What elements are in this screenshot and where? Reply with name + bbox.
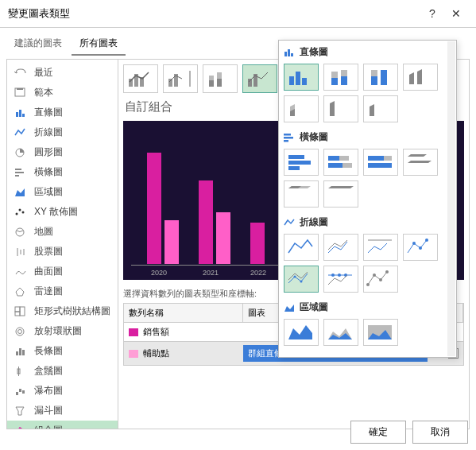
gallery-thumb[interactable]	[363, 149, 398, 176]
gallery-thumb[interactable]	[323, 180, 358, 208]
funnel-icon	[14, 405, 28, 417]
svg-marker-97	[328, 328, 352, 339]
cancel-button[interactable]: 取消	[412, 421, 468, 444]
scatter-icon	[14, 206, 28, 219]
svg-rect-57	[371, 70, 377, 76]
gallery-thumb[interactable]	[363, 266, 398, 293]
gallery-thumb[interactable]	[403, 64, 438, 91]
sidebar-item-sunburst[interactable]: 放射環狀圖	[7, 321, 118, 341]
ok-button[interactable]: 確定	[350, 421, 406, 444]
svg-marker-78	[408, 154, 427, 157]
subtype-1[interactable]	[123, 64, 158, 93]
gallery-thumb[interactable]	[363, 319, 398, 346]
svg-marker-99	[368, 325, 392, 339]
sidebar-item-boxwhisker[interactable]: 盒鬚圖	[7, 361, 118, 381]
svg-rect-55	[341, 76, 347, 85]
sidebar-item-waterfall[interactable]: 瀑布圖	[7, 381, 118, 401]
gallery-thumb[interactable]	[284, 266, 319, 293]
chart-type-gallery: 直條圖 橫條圖 折線圖	[278, 40, 457, 358]
sidebar-item-histogram[interactable]: 長條圖	[7, 341, 118, 361]
subtype-3[interactable]	[203, 64, 238, 93]
close-button[interactable]: ✕	[444, 7, 468, 20]
sidebar-item-line[interactable]: 折線圖	[7, 122, 118, 142]
sidebar-item-stock[interactable]: 股票圖	[7, 242, 118, 262]
svg-point-21	[16, 328, 24, 336]
svg-marker-31	[16, 407, 24, 415]
sidebar-item-combo[interactable]: 組合圖	[7, 421, 118, 429]
popup-header: 橫條圖	[284, 130, 451, 144]
subtype-2[interactable]	[163, 64, 198, 93]
sidebar-item-surface[interactable]: 曲面圖	[7, 262, 118, 281]
sidebar-item-bar[interactable]: 橫條圖	[7, 162, 118, 182]
svg-point-22	[18, 329, 22, 333]
svg-rect-76	[384, 156, 392, 161]
gallery-thumb[interactable]	[403, 149, 438, 176]
sidebar-item-label: 漏斗圖	[34, 404, 63, 417]
popup-section-area: 區域圖	[284, 301, 451, 346]
subtype-4-custom[interactable]	[242, 64, 277, 93]
svg-rect-75	[368, 156, 392, 161]
svg-rect-77	[368, 163, 392, 168]
gallery-thumb[interactable]	[323, 234, 358, 261]
gallery-thumb[interactable]	[284, 319, 319, 346]
column-chart-icon	[14, 107, 28, 119]
bar-chart-icon	[284, 133, 295, 142]
popup-header: 折線圖	[284, 215, 451, 229]
dialog-footer: 確定 取消	[350, 421, 468, 444]
sidebar-item-label: 瀑布圖	[34, 384, 63, 398]
sidebar-item-pie[interactable]: 圓形圖	[7, 142, 118, 162]
sidebar-item-area[interactable]: 區域圖	[7, 182, 118, 202]
gallery-thumb[interactable]	[323, 266, 358, 293]
svg-marker-79	[408, 161, 431, 163]
gallery-thumb[interactable]	[363, 64, 398, 91]
sidebar-item-treemap[interactable]: 矩形式樹狀結構圖	[7, 301, 118, 321]
gallery-thumb[interactable]	[323, 95, 358, 122]
gallery-thumb[interactable]	[284, 234, 319, 261]
tab-all[interactable]: 所有圖表	[72, 33, 126, 56]
help-button[interactable]: ?	[420, 7, 444, 20]
gallery-thumb[interactable]	[323, 64, 358, 91]
gallery-thumb[interactable]	[363, 234, 398, 261]
tab-recommended[interactable]: 建議的圖表	[6, 33, 70, 56]
combo-icon	[14, 425, 28, 430]
sidebar-item-column[interactable]: 直條圖	[7, 103, 118, 122]
gallery-thumb[interactable]	[363, 95, 398, 122]
svg-rect-53	[331, 78, 338, 85]
sidebar-item-label: 雷達圖	[34, 285, 63, 298]
sidebar-item-xy[interactable]: XY 散佈圖	[7, 202, 118, 222]
svg-rect-68	[288, 155, 304, 159]
surface-icon	[14, 266, 28, 278]
svg-marker-63	[330, 101, 335, 116]
gallery-thumb[interactable]	[284, 149, 319, 176]
category-sidebar: 最近 範本 直條圖 折線圖 圓形圖 橫條圖 區域圖 XY 散佈圖 地圖 股票圖 …	[6, 59, 118, 429]
gallery-thumb[interactable]	[284, 180, 319, 208]
gallery-thumb[interactable]	[284, 64, 319, 91]
preview-bar	[164, 220, 179, 264]
sidebar-item-map[interactable]: 地圖	[7, 222, 118, 242]
svg-rect-54	[341, 70, 347, 85]
svg-point-84	[419, 246, 422, 250]
sidebar-item-funnel[interactable]: 漏斗圖	[7, 401, 118, 421]
gallery-thumb[interactable]	[403, 234, 438, 261]
popup-section-bar: 橫條圖	[284, 130, 451, 208]
sidebar-item-label: 曲面圖	[34, 265, 63, 278]
series-color-chip	[129, 350, 138, 358]
sidebar-item-template[interactable]: 範本	[7, 83, 118, 103]
series-name: 輔助點	[143, 347, 238, 359]
area-chart-icon	[284, 303, 295, 312]
svg-rect-38	[174, 74, 178, 87]
gallery-thumb[interactable]	[284, 95, 319, 122]
gallery-thumb[interactable]	[323, 319, 358, 346]
sidebar-item-label: 長條圖	[34, 344, 63, 358]
sidebar-item-recent[interactable]: 最近	[7, 63, 118, 83]
svg-rect-40	[209, 76, 214, 87]
sidebar-item-radar[interactable]: 雷達圖	[7, 281, 118, 301]
popup-scrollbar[interactable]	[447, 41, 455, 356]
gallery-thumb[interactable]	[323, 149, 358, 176]
template-icon	[14, 87, 28, 99]
svg-marker-17	[16, 288, 24, 296]
treemap-icon	[14, 305, 28, 318]
sidebar-item-label: 最近	[34, 66, 53, 80]
svg-point-88	[331, 273, 335, 277]
svg-marker-98	[328, 333, 352, 339]
